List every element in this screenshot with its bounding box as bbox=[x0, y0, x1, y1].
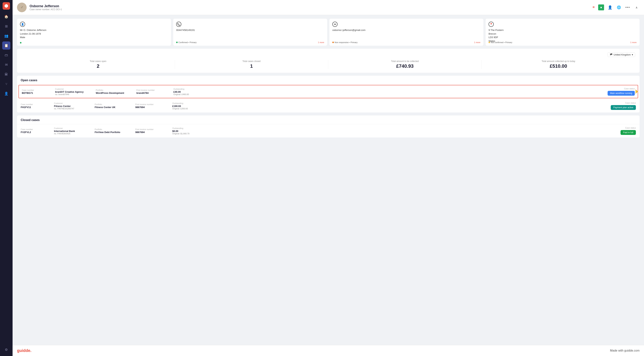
sidebar-item-bank[interactable]: 🏛 bbox=[2, 70, 10, 79]
status-dot-green bbox=[176, 42, 178, 43]
table-row[interactable]: Case number BDTBG71 Customer branDiT Cre… bbox=[18, 85, 638, 98]
sidebar-item-settings[interactable]: ⚙ bbox=[2, 346, 10, 354]
header-info: Osborne Jefferson Case owner number: ACC… bbox=[30, 4, 588, 11]
address-details: 9 The Postern Brecon LD3 9DF Wales bbox=[488, 28, 636, 43]
paid-in-full-button[interactable]: Paid in full bbox=[620, 130, 636, 135]
outstanding-cell: Outstanding £190.93 Original: £250.93 bbox=[172, 102, 206, 110]
status-cell: Case status Paid in full bbox=[206, 127, 636, 135]
eye-icon[interactable]: 👁 bbox=[592, 6, 595, 9]
payment-plan-active-button[interactable]: Payment plan active bbox=[611, 105, 636, 110]
invoice-cell: First invoice number 9867694 bbox=[135, 103, 172, 109]
green-square-icon[interactable]: ■ bbox=[598, 5, 604, 10]
customer-cell: Customer International Bank no. FINVIEW3… bbox=[54, 127, 95, 135]
status-cell: Case status Main workflow running bbox=[207, 88, 635, 96]
portfolio-cell: Portfolio FinView Debt Portfolio bbox=[95, 128, 135, 134]
portfolio-cell: Portfolio WordPress Development bbox=[96, 89, 136, 94]
sidebar-item-people[interactable]: 👥 bbox=[2, 32, 10, 40]
phone-icon: 📞 bbox=[176, 22, 181, 27]
flag-icon: 🏴 bbox=[610, 53, 612, 56]
chevron-down-icon: ▾ bbox=[632, 53, 633, 56]
info-card-email: ✉ osborne.l.jefferson@gmail.com Non resp… bbox=[330, 19, 483, 46]
main-content: ♂ Osborne Jefferson Case owner number: A… bbox=[12, 0, 644, 356]
status-dot-yellow bbox=[488, 42, 490, 43]
sidebar-item-cases[interactable]: 📋 bbox=[2, 42, 10, 50]
person-details: Mr O. Osborne Jefferson London 21-06-197… bbox=[20, 28, 168, 39]
stats-section: 🏴 United Kingdom ▾ Total cases open 2 To… bbox=[17, 49, 640, 73]
address-status: Not confirmed • Primary bbox=[488, 41, 512, 44]
stat-cases-closed: Total cases closed 1 bbox=[175, 60, 328, 69]
customer-cell: Customer Fitness Center no. FINTNESS2667… bbox=[54, 102, 95, 110]
customer-cell: Customer branDiT Creative Agency no. bra… bbox=[55, 88, 96, 96]
case-number-cell: Case number FV2FVL2 bbox=[21, 128, 54, 134]
open-cases-title: Open cases bbox=[17, 76, 640, 84]
info-card-phone: 📞 00447458149191 Confirmed • Primary 1 m… bbox=[173, 19, 327, 46]
phone-number: 00447458149191 bbox=[176, 28, 324, 32]
stat-amount-to-collect: Total amount to be collected £740.93 bbox=[328, 60, 482, 69]
person-icon: 👤 bbox=[20, 22, 25, 27]
more-options-button[interactable]: ••• bbox=[625, 5, 631, 10]
collapse-button[interactable]: ∧ bbox=[634, 5, 640, 10]
info-cards-row: 👤 Mr O. Osborne Jefferson London 21-06-1… bbox=[17, 19, 640, 46]
avatar: ♂ bbox=[17, 3, 26, 12]
email-status: Non responsive • Primary bbox=[332, 41, 358, 44]
email-icon: ✉ bbox=[332, 22, 338, 27]
table-row[interactable]: Case number FH1FV11 Customer Fitness Cen… bbox=[17, 99, 640, 113]
case-number-cell: Case number FH1FV11 bbox=[21, 103, 54, 109]
status-cell: Case status Payment plan active bbox=[206, 102, 636, 110]
phone-status: Confirmed • Primary bbox=[176, 41, 197, 44]
sidebar-item-database[interactable]: 🗃 bbox=[2, 51, 10, 59]
email-address: osborne.l.jefferson@gmail.com bbox=[332, 28, 480, 32]
sidebar-item-team[interactable]: 👤 bbox=[2, 90, 10, 98]
person-icon[interactable]: 👤 bbox=[607, 5, 613, 10]
address-icon: 📍 bbox=[488, 22, 494, 27]
highlight-tab bbox=[636, 89, 638, 94]
guidde-logo: guidde. bbox=[17, 348, 32, 353]
stat-cases-open: Total cases open 2 bbox=[22, 60, 175, 69]
globe-icon[interactable]: 🌐 bbox=[616, 5, 622, 10]
outstanding-cell: Outstanding £40.00 Original: £490.00 bbox=[174, 88, 207, 96]
sidebar-item-git[interactable]: ⑂ bbox=[2, 80, 10, 88]
scroll-content: 👤 Mr O. Osborne Jefferson London 21-06-1… bbox=[12, 15, 644, 345]
info-card-person: 👤 Mr O. Osborne Jefferson London 21-06-1… bbox=[17, 19, 171, 46]
open-cases-section: Open cases Case number BDTBG71 Customer … bbox=[17, 76, 640, 113]
app-logo[interactable] bbox=[2, 2, 10, 10]
country-selector[interactable]: 🏴 United Kingdom ▾ bbox=[608, 52, 635, 57]
footer: guidde. Made with guidde.com bbox=[12, 345, 644, 356]
contact-name: Osborne Jefferson bbox=[30, 4, 588, 8]
phone-more-link[interactable]: 1 more bbox=[318, 41, 324, 44]
header-actions: ■ 👤 🌐 ••• ∧ bbox=[598, 5, 640, 10]
status-dot-green bbox=[20, 42, 22, 44]
person-status bbox=[20, 42, 22, 44]
stats-header: 🏴 United Kingdom ▾ bbox=[22, 52, 635, 57]
invoice-cell: First invoice number brandit784 bbox=[136, 89, 174, 94]
main-workflow-running-button[interactable]: Main workflow running bbox=[608, 91, 635, 96]
address-more-link[interactable]: 1 more bbox=[630, 41, 636, 44]
info-card-address: 📍 9 The Postern Brecon LD3 9DF Wales Not… bbox=[486, 19, 640, 46]
email-more-link[interactable]: 1 more bbox=[474, 41, 480, 44]
stats-grid: Total cases open 2 Total cases closed 1 … bbox=[22, 60, 635, 69]
sidebar-item-home[interactable]: 🏠 bbox=[2, 13, 10, 21]
case-owner-number: Case owner number: ACC-DCI-1 bbox=[30, 8, 588, 11]
sidebar-item-mail[interactable]: ✉ bbox=[2, 61, 10, 69]
table-row[interactable]: Case number FV2FVL2 Customer Internation… bbox=[17, 124, 640, 138]
stat-amount-collected: Total amount collected up to today £510.… bbox=[482, 60, 635, 69]
status-dot-orange bbox=[332, 42, 334, 43]
page-header: ♂ Osborne Jefferson Case owner number: A… bbox=[12, 0, 644, 15]
case-number-cell: Case number BDTBG71 bbox=[22, 89, 55, 94]
sidebar-item-dashboard[interactable]: ⊞ bbox=[2, 22, 10, 30]
outstanding-cell: Outstanding $0.00 Original: $1,660.70 bbox=[172, 127, 206, 135]
footer-tagline: Made with guidde.com bbox=[610, 349, 640, 352]
closed-cases-section: Closed cases Case number FV2FVL2 Custome… bbox=[17, 116, 640, 138]
closed-cases-title: Closed cases bbox=[17, 116, 640, 124]
invoice-cell: First invoice number 9867694 bbox=[135, 128, 172, 134]
portfolio-cell: Portfolio Fitness Center UK bbox=[95, 103, 135, 109]
sidebar: 🏠 ⊞ 👥 📋 🗃 ✉ 🏛 ⑂ 👤 ⚙ bbox=[0, 0, 12, 356]
